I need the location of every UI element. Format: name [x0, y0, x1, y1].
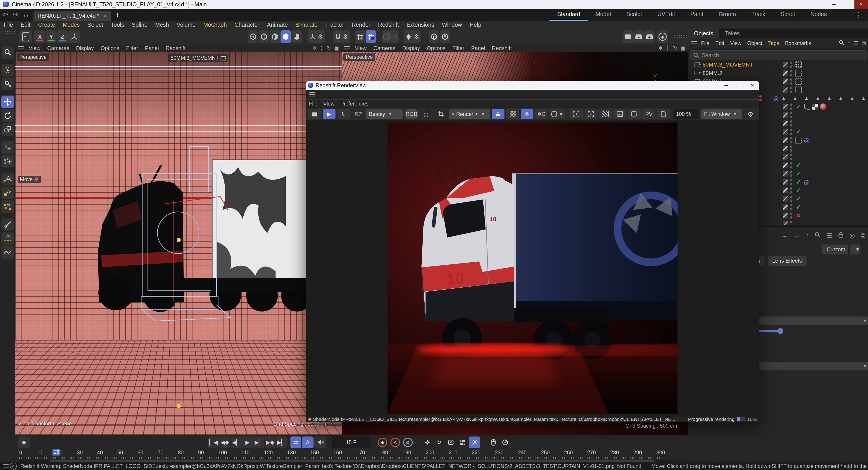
- viewport-menu-item[interactable]: Panel: [142, 45, 162, 51]
- edit-toggle-icon[interactable]: [783, 196, 788, 202]
- manager-tab[interactable]: Objects: [688, 28, 719, 38]
- transform-tool[interactable]: [1, 141, 14, 154]
- menu-item[interactable]: Modes: [59, 22, 84, 28]
- keyframe-diamond-button[interactable]: ◆: [18, 437, 30, 448]
- enable-state-icon[interactable]: [795, 212, 802, 219]
- viewport-menu-item[interactable]: Redshift: [162, 45, 189, 51]
- visibility-dots[interactable]: [790, 204, 793, 210]
- menu-item[interactable]: Window: [438, 22, 466, 28]
- rotate-tool[interactable]: [1, 109, 14, 122]
- scale-tool[interactable]: [1, 123, 14, 136]
- edit-toggle-icon[interactable]: [783, 154, 788, 160]
- enable-state-icon[interactable]: [795, 170, 802, 177]
- snapshot-freeze-button[interactable]: ❄: [521, 109, 533, 119]
- enable-state-icon[interactable]: [795, 221, 802, 225]
- slider-handle[interactable]: [777, 328, 783, 334]
- edit-toggle-icon[interactable]: [783, 137, 788, 143]
- layout-tab[interactable]: Paint: [683, 9, 711, 21]
- object-search-field[interactable]: Search: [690, 50, 867, 60]
- cone-tags-icon[interactable]: [781, 95, 868, 101]
- rt-toggle[interactable]: RT: [352, 109, 365, 119]
- viewport2-menu-icon[interactable]: [344, 46, 350, 50]
- polygons-mode-button[interactable]: [270, 30, 280, 43]
- toggle-view-icon[interactable]: ▣: [334, 45, 339, 51]
- visibility-dots[interactable]: [790, 137, 793, 143]
- play-button[interactable]: ▶: [242, 437, 253, 448]
- enable-state-icon[interactable]: [795, 137, 802, 144]
- viewport-menu-item[interactable]: Cameras: [370, 45, 399, 51]
- menu-item[interactable]: Spline: [128, 22, 151, 28]
- visibility-dots[interactable]: [790, 128, 793, 135]
- enable-state-icon[interactable]: [795, 61, 802, 68]
- manager-tab[interactable]: Takes: [719, 28, 746, 38]
- renderview-maximize-button[interactable]: □: [733, 81, 746, 90]
- enable-state-icon[interactable]: [795, 70, 802, 77]
- tweak-tool[interactable]: [1, 78, 14, 90]
- falloff-settings-button[interactable]: ⚙: [382, 30, 399, 43]
- renderview-menu-icon[interactable]: [309, 92, 315, 96]
- edit-toggle-icon[interactable]: [783, 70, 788, 76]
- visibility-dots[interactable]: [790, 120, 793, 126]
- viewport1-view-label[interactable]: Perspective: [17, 53, 49, 61]
- send-to-pv-button[interactable]: PV: [643, 109, 655, 119]
- edit-toggle-icon[interactable]: [783, 221, 788, 225]
- menu-item[interactable]: Extensions: [403, 22, 438, 28]
- redshift-renderview-window[interactable]: Redshift RenderView ─ □ × FileViewPrefer…: [306, 81, 759, 422]
- crop-button[interactable]: [435, 109, 447, 119]
- window-close-button[interactable]: ×: [855, 0, 868, 9]
- aov-dropdown[interactable]: Beauty ▼: [366, 109, 403, 119]
- layout-tab[interactable]: Standard: [550, 9, 588, 21]
- visibility-dots[interactable]: [790, 221, 793, 225]
- viewport1-camera-label[interactable]: 80MM.3_MOVEMNT: [168, 54, 228, 62]
- timeline-ruler[interactable]: 0102030405060708090100110120130150160170…: [19, 450, 665, 456]
- menu-item[interactable]: Tracker: [321, 22, 348, 28]
- quantize-lock-button[interactable]: [366, 30, 376, 43]
- axis-z-button[interactable]: Z: [57, 30, 68, 43]
- measure-tool[interactable]: [1, 218, 14, 231]
- target-icon[interactable]: ◎: [849, 232, 855, 239]
- target-tag-icon[interactable]: [804, 178, 809, 186]
- edit-toggle-icon[interactable]: [783, 129, 788, 135]
- enable-state-icon[interactable]: [795, 103, 802, 110]
- compare-ab-button[interactable]: [585, 109, 597, 119]
- menu-item[interactable]: Tools: [107, 22, 128, 28]
- search-icon[interactable]: [815, 232, 820, 239]
- viewport2-view-label[interactable]: Perspective: [343, 53, 375, 61]
- toggle-view-icon[interactable]: ▣: [680, 45, 685, 51]
- redo-icon[interactable]: ↷: [10, 11, 21, 19]
- visibility-dots[interactable]: [790, 154, 793, 160]
- target-tag-icon[interactable]: [773, 95, 779, 102]
- object-menu-item[interactable]: View: [727, 40, 744, 47]
- edit-toggle-icon[interactable]: [783, 171, 788, 177]
- edit-toggle-icon[interactable]: [783, 213, 788, 218]
- add-snapshot-button[interactable]: [628, 109, 641, 119]
- attribute-tab[interactable]: Lens Effects: [768, 256, 806, 266]
- visibility-dots[interactable]: [790, 179, 793, 185]
- key-rotation-button[interactable]: ↻: [433, 437, 445, 448]
- viewport-menu-item[interactable]: Filter: [449, 45, 468, 51]
- viewport1-menu-icon[interactable]: [18, 46, 24, 50]
- visibility-dots[interactable]: [759, 95, 762, 101]
- edit-toggle-icon[interactable]: [783, 146, 788, 151]
- menu-item[interactable]: Select: [84, 22, 107, 28]
- snap-settings-button[interactable]: ⚙: [333, 30, 350, 43]
- workplane-button[interactable]: [429, 30, 439, 43]
- edit-toggle-icon[interactable]: [783, 79, 788, 84]
- renderview-titlebar[interactable]: Redshift RenderView ─ □ ×: [306, 81, 759, 90]
- restart-render-button[interactable]: ↻: [337, 109, 350, 119]
- popout-icon[interactable]: ⧉: [861, 232, 865, 239]
- history-tool-button[interactable]: [20, 30, 32, 43]
- texture-tag-icon[interactable]: [812, 104, 818, 110]
- menu-item[interactable]: Redshift: [374, 22, 403, 28]
- spline-tag-icon[interactable]: [804, 104, 810, 110]
- layout-tab[interactable]: Groom: [711, 9, 744, 21]
- visibility-dots[interactable]: [790, 112, 793, 118]
- menu-item[interactable]: Mesh: [151, 22, 173, 28]
- layout-overflow-menu-icon[interactable]: ⋮: [855, 11, 862, 19]
- lock-button[interactable]: [492, 109, 504, 119]
- status-menu-icon[interactable]: [3, 464, 9, 468]
- material-tag-icon[interactable]: [820, 104, 826, 110]
- model-mode-button[interactable]: [280, 30, 291, 43]
- viewport-menu-item[interactable]: Display: [399, 45, 424, 51]
- enable-state-icon[interactable]: [795, 153, 802, 160]
